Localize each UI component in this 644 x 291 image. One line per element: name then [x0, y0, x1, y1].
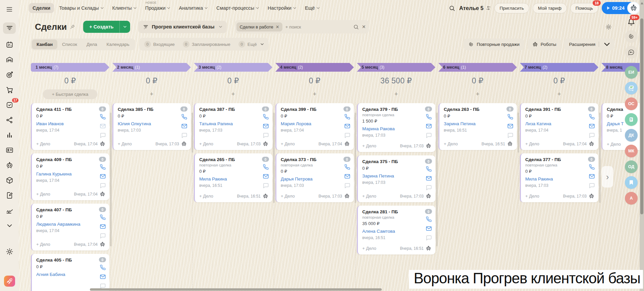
deal-contact-link[interactable]: Иван Иванов	[36, 121, 105, 126]
column-scrollbar-thumb[interactable]	[192, 113, 193, 153]
tab-календарь[interactable]: Календарь	[102, 40, 134, 49]
email-icon[interactable]	[426, 175, 432, 181]
email-icon[interactable]	[263, 173, 269, 179]
hamburger-menu-icon[interactable]	[6, 6, 13, 13]
email-icon[interactable]	[344, 123, 351, 129]
stage-header[interactable]: 3 месяц(2)	[194, 63, 272, 72]
vertical-scrollbar[interactable]	[640, 0, 644, 291]
rail-shortcut[interactable]	[625, 113, 638, 126]
deal-card[interactable]: Сделка 373 - ПБ0повторная сделка0 ₽Дарья…	[275, 153, 354, 202]
deal-card[interactable]: Сделка 263 - ПБ00 ₽Зарина Петинавчера, 1…	[438, 103, 517, 150]
deal-card[interactable]: Сделка 407 - ПБ00 ₽Людмила Аврамкинавчер…	[31, 204, 109, 250]
column-scrollbar-thumb[interactable]	[436, 113, 438, 246]
deal-card[interactable]: Сделка 265 - ПБ0повторная сделка0 ₽Мила …	[194, 153, 272, 202]
add-task-button[interactable]: + Дело	[362, 143, 376, 148]
counter-запланированные[interactable]: 0Запланированные	[179, 39, 234, 50]
quick-deal-button[interactable]: + Быстрая сделка	[43, 89, 97, 99]
deal-card[interactable]: Сделка 385 - ПБ00 ₽Юлия Олкутинавчера, 1…	[112, 103, 191, 150]
add-deal-button[interactable]: +	[476, 91, 480, 97]
add-task-button[interactable]: + Дело	[362, 246, 376, 251]
my-tariff-button[interactable]: Мой тариф	[533, 3, 567, 13]
workspace-switcher[interactable]: Ателье 5	[459, 5, 491, 11]
notifications-bell[interactable]: 59+	[627, 18, 635, 26]
tool-расширения[interactable]: Расширения	[564, 39, 614, 50]
invite-button[interactable]: Пригласить	[494, 3, 529, 13]
chat-icon[interactable]	[181, 132, 187, 139]
deal-contact-link[interactable]: Дарья Петрова	[281, 176, 350, 181]
user-avatar-ОС[interactable]: ОС	[625, 97, 638, 110]
filter-chip[interactable]: Сделки в работе ✕	[236, 22, 282, 31]
deal-contact-link[interactable]: Мария Лорова	[281, 121, 350, 126]
add-deal-button[interactable]: +	[313, 91, 317, 97]
add-task-button[interactable]: + Дело	[607, 142, 621, 147]
deal-card[interactable]: Сделка 377 - ПБ0повторная сделка0 ₽Мила …	[520, 153, 598, 202]
assistant-avatar[interactable]	[627, 2, 640, 14]
counter-входящие[interactable]: 0Входящие	[140, 39, 179, 50]
tool-повторные-продажи[interactable]: Повторные продажи	[464, 39, 524, 50]
column-scrollbar-thumb[interactable]	[273, 113, 275, 203]
tab-дела[interactable]: Дела	[82, 40, 102, 49]
column-scrollbar-thumb[interactable]	[599, 113, 601, 203]
column-scrollbar-thumb[interactable]	[355, 113, 356, 203]
sidebar-item-purchases[interactable]	[3, 85, 15, 94]
chat-icon[interactable]	[263, 132, 269, 139]
deal-contact-link[interactable]: Зарина Петина	[362, 173, 431, 178]
email-icon[interactable]	[100, 223, 106, 230]
sidebar-item-deals-funnel[interactable]	[3, 22, 16, 34]
call-icon[interactable]	[507, 114, 514, 120]
nav-item-аналитика[interactable]: Аналитика	[175, 3, 211, 13]
chat-icon[interactable]	[589, 183, 595, 189]
call-icon[interactable]	[263, 164, 269, 170]
sidebar-item-goals[interactable]	[3, 70, 15, 79]
add-task-button[interactable]: + Дело	[36, 242, 50, 247]
counter-ещё[interactable]: 0Ещё	[234, 39, 268, 50]
nav-item-сделки[interactable]: Сделки	[29, 3, 54, 13]
deal-contact-link[interactable]: Галина Курькина	[36, 171, 105, 176]
call-icon[interactable]	[344, 164, 351, 170]
sidebar-item-analytics[interactable]	[3, 131, 15, 139]
stage-header[interactable]: 1 месяц(7)	[31, 63, 109, 72]
call-icon[interactable]	[100, 164, 106, 170]
deal-contact-link[interactable]: Алена Самтова	[362, 229, 431, 234]
call-icon[interactable]	[100, 114, 106, 120]
nav-item-ещё[interactable]: Ещё	[301, 3, 323, 13]
column-scrollbar-thumb[interactable]	[110, 113, 112, 246]
sidebar-item-warehouse[interactable]	[3, 55, 15, 64]
global-search-icon[interactable]	[449, 5, 455, 11]
add-task-button[interactable]: + Дело	[36, 141, 50, 146]
add-deal-button[interactable]: +	[231, 91, 235, 97]
email-icon[interactable]	[181, 123, 187, 129]
call-icon[interactable]	[100, 264, 106, 271]
add-task-button[interactable]: + Дело	[199, 141, 213, 146]
create-deal-button[interactable]: + Создать	[83, 21, 130, 33]
stage-header[interactable]: 6 месяц(1)	[438, 63, 517, 72]
sidebar-item-integrations[interactable]	[3, 116, 15, 124]
tab-список[interactable]: Список	[57, 40, 82, 49]
stage-header[interactable]: 5 месяц(3)	[357, 63, 435, 72]
deal-card[interactable]: Сделка 387 - ПБ00 ₽Татьяна Рапинавчера, …	[194, 103, 272, 150]
tab-канбан[interactable]: Канбан	[32, 40, 57, 49]
nav-item-продажи[interactable]: ПродажиНОВОЕ	[142, 3, 174, 13]
user-avatar-МК[interactable]: МК	[625, 145, 638, 157]
deal-card[interactable]: Сделка 411 - ПБ00 ₽Иван Ивановвчера, 17:…	[31, 103, 109, 150]
add-task-button[interactable]: + Дело	[281, 194, 295, 199]
scrollbar-thumb[interactable]	[640, 18, 643, 214]
stage-header[interactable]: 2 месяц(1)	[112, 63, 191, 72]
chat-icon[interactable]	[426, 185, 432, 191]
email-icon[interactable]	[426, 123, 432, 129]
email-icon[interactable]	[263, 123, 269, 129]
deal-contact-link[interactable]: Марина Ракова	[362, 126, 431, 131]
call-icon[interactable]	[181, 114, 187, 120]
add-task-button[interactable]: + Дело	[281, 141, 295, 146]
scroll-up-arrow[interactable]	[641, 2, 643, 4]
deal-contact-link[interactable]: Агния Бабина	[36, 272, 105, 277]
rail-shortcut[interactable]	[625, 82, 638, 94]
email-icon[interactable]	[100, 123, 106, 129]
email-icon[interactable]	[100, 173, 106, 179]
chat-icon[interactable]	[507, 132, 514, 139]
user-avatar-ЕИ[interactable]: ЕИ	[625, 66, 638, 79]
clear-search-icon[interactable]: ✕	[362, 24, 366, 29]
horizontal-scrollbar-thumb[interactable]	[90, 288, 382, 291]
add-deal-button[interactable]: +	[557, 91, 561, 97]
nav-item-настройки[interactable]: Настройки	[264, 3, 300, 13]
